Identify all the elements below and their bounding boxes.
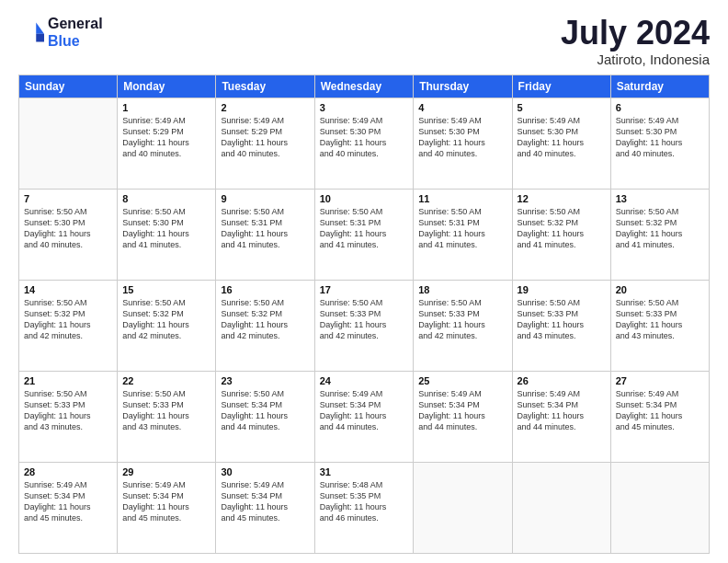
day-number: 16 [221, 284, 309, 295]
day-info: Sunrise: 5:48 AMSunset: 5:35 PMDaylight:… [320, 479, 409, 524]
day-info: Sunrise: 5:50 AMSunset: 5:31 PMDaylight:… [418, 206, 506, 251]
day-number: 10 [320, 193, 409, 204]
day-info: Sunrise: 5:49 AMSunset: 5:34 PMDaylight:… [616, 388, 704, 433]
subtitle: Jatiroto, Indonesia [561, 52, 710, 67]
day-number: 23 [221, 375, 309, 386]
day-info: Sunrise: 5:50 AMSunset: 5:33 PMDaylight:… [320, 297, 409, 342]
day-number: 25 [418, 375, 506, 386]
day-info: Sunrise: 5:50 AMSunset: 5:33 PMDaylight:… [518, 297, 606, 342]
col-thursday: Thursday [414, 75, 512, 98]
day-number: 30 [221, 466, 309, 477]
day-info: Sunrise: 5:49 AMSunset: 5:30 PMDaylight:… [518, 115, 606, 160]
day-number: 18 [418, 284, 506, 295]
day-info: Sunrise: 5:49 AMSunset: 5:34 PMDaylight:… [221, 479, 309, 524]
day-info: Sunrise: 5:49 AMSunset: 5:34 PMDaylight:… [518, 388, 606, 433]
svg-marker-0 [36, 23, 44, 34]
calendar-cell: 29Sunrise: 5:49 AMSunset: 5:34 PMDayligh… [118, 462, 216, 553]
calendar-cell: 7Sunrise: 5:50 AMSunset: 5:30 PMDaylight… [19, 189, 118, 280]
day-number: 3 [320, 102, 409, 113]
day-info: Sunrise: 5:50 AMSunset: 5:30 PMDaylight:… [122, 206, 210, 251]
day-number: 29 [122, 466, 210, 477]
calendar-cell: 25Sunrise: 5:49 AMSunset: 5:34 PMDayligh… [414, 371, 512, 462]
day-info: Sunrise: 5:49 AMSunset: 5:29 PMDaylight:… [122, 115, 210, 160]
calendar-table: Sunday Monday Tuesday Wednesday Thursday… [18, 75, 710, 554]
calendar-cell [19, 98, 118, 189]
day-info: Sunrise: 5:49 AMSunset: 5:30 PMDaylight:… [320, 115, 409, 160]
day-number: 14 [24, 284, 112, 295]
day-info: Sunrise: 5:50 AMSunset: 5:32 PMDaylight:… [122, 297, 210, 342]
day-info: Sunrise: 5:50 AMSunset: 5:33 PMDaylight:… [616, 297, 704, 342]
calendar-cell: 30Sunrise: 5:49 AMSunset: 5:34 PMDayligh… [216, 462, 314, 553]
day-number: 21 [24, 375, 112, 386]
day-info: Sunrise: 5:50 AMSunset: 5:34 PMDaylight:… [221, 388, 309, 433]
day-info: Sunrise: 5:49 AMSunset: 5:34 PMDaylight:… [418, 388, 506, 433]
calendar-cell: 2Sunrise: 5:49 AMSunset: 5:29 PMDaylight… [216, 98, 314, 189]
day-info: Sunrise: 5:50 AMSunset: 5:32 PMDaylight:… [221, 297, 309, 342]
day-number: 28 [24, 466, 112, 477]
day-number: 7 [24, 193, 112, 204]
day-info: Sunrise: 5:50 AMSunset: 5:32 PMDaylight:… [616, 206, 704, 251]
calendar-cell: 6Sunrise: 5:49 AMSunset: 5:30 PMDaylight… [610, 98, 709, 189]
calendar-cell: 5Sunrise: 5:49 AMSunset: 5:30 PMDaylight… [512, 98, 610, 189]
calendar-cell: 28Sunrise: 5:49 AMSunset: 5:34 PMDayligh… [19, 462, 118, 553]
day-info: Sunrise: 5:49 AMSunset: 5:30 PMDaylight:… [418, 115, 506, 160]
calendar-week-4: 21Sunrise: 5:50 AMSunset: 5:33 PMDayligh… [19, 371, 710, 462]
day-info: Sunrise: 5:49 AMSunset: 5:29 PMDaylight:… [221, 115, 309, 160]
day-number: 8 [122, 193, 210, 204]
main-title: July 2024 [561, 15, 710, 52]
day-number: 4 [418, 102, 506, 113]
calendar-cell [414, 462, 512, 553]
calendar-cell: 31Sunrise: 5:48 AMSunset: 5:35 PMDayligh… [314, 462, 414, 553]
calendar-week-2: 7Sunrise: 5:50 AMSunset: 5:30 PMDaylight… [19, 189, 710, 280]
day-number: 19 [518, 284, 606, 295]
calendar-cell: 4Sunrise: 5:49 AMSunset: 5:30 PMDaylight… [414, 98, 512, 189]
day-info: Sunrise: 5:50 AMSunset: 5:30 PMDaylight:… [24, 206, 112, 251]
day-info: Sunrise: 5:50 AMSunset: 5:32 PMDaylight:… [24, 297, 112, 342]
day-number: 17 [320, 284, 409, 295]
title-block: July 2024 Jatiroto, Indonesia [561, 15, 710, 67]
day-info: Sunrise: 5:49 AMSunset: 5:34 PMDaylight:… [24, 479, 112, 524]
svg-marker-1 [36, 34, 44, 42]
calendar-cell: 23Sunrise: 5:50 AMSunset: 5:34 PMDayligh… [216, 371, 314, 462]
calendar-cell: 10Sunrise: 5:50 AMSunset: 5:31 PMDayligh… [314, 189, 414, 280]
day-number: 24 [320, 375, 409, 386]
day-number: 20 [616, 284, 704, 295]
calendar-cell: 17Sunrise: 5:50 AMSunset: 5:33 PMDayligh… [314, 280, 414, 371]
day-number: 12 [518, 193, 606, 204]
calendar-cell: 18Sunrise: 5:50 AMSunset: 5:33 PMDayligh… [414, 280, 512, 371]
day-number: 26 [518, 375, 606, 386]
day-info: Sunrise: 5:50 AMSunset: 5:33 PMDaylight:… [418, 297, 506, 342]
calendar-cell: 14Sunrise: 5:50 AMSunset: 5:32 PMDayligh… [19, 280, 118, 371]
col-friday: Friday [512, 75, 610, 98]
day-number: 6 [616, 102, 704, 113]
logo: General Blue [18, 15, 103, 50]
calendar-cell: 20Sunrise: 5:50 AMSunset: 5:33 PMDayligh… [610, 280, 709, 371]
calendar-week-1: 1Sunrise: 5:49 AMSunset: 5:29 PMDaylight… [19, 98, 710, 189]
logo-text: General Blue [48, 15, 103, 50]
day-number: 27 [616, 375, 704, 386]
day-info: Sunrise: 5:50 AMSunset: 5:33 PMDaylight:… [24, 388, 112, 433]
day-info: Sunrise: 5:50 AMSunset: 5:31 PMDaylight:… [320, 206, 409, 251]
day-info: Sunrise: 5:50 AMSunset: 5:33 PMDaylight:… [122, 388, 210, 433]
day-info: Sunrise: 5:49 AMSunset: 5:34 PMDaylight:… [320, 388, 409, 433]
calendar-cell: 9Sunrise: 5:50 AMSunset: 5:31 PMDaylight… [216, 189, 314, 280]
col-sunday: Sunday [19, 75, 118, 98]
day-info: Sunrise: 5:50 AMSunset: 5:31 PMDaylight:… [221, 206, 309, 251]
day-number: 22 [122, 375, 210, 386]
day-number: 13 [616, 193, 704, 204]
calendar-week-5: 28Sunrise: 5:49 AMSunset: 5:34 PMDayligh… [19, 462, 710, 553]
calendar-cell: 27Sunrise: 5:49 AMSunset: 5:34 PMDayligh… [610, 371, 709, 462]
calendar-cell: 11Sunrise: 5:50 AMSunset: 5:31 PMDayligh… [414, 189, 512, 280]
day-number: 15 [122, 284, 210, 295]
calendar-cell: 13Sunrise: 5:50 AMSunset: 5:32 PMDayligh… [610, 189, 709, 280]
col-wednesday: Wednesday [314, 75, 414, 98]
day-number: 5 [518, 102, 606, 113]
header-row: Sunday Monday Tuesday Wednesday Thursday… [19, 75, 710, 98]
day-info: Sunrise: 5:49 AMSunset: 5:30 PMDaylight:… [616, 115, 704, 160]
day-number: 9 [221, 193, 309, 204]
calendar-cell: 12Sunrise: 5:50 AMSunset: 5:32 PMDayligh… [512, 189, 610, 280]
calendar-cell: 24Sunrise: 5:49 AMSunset: 5:34 PMDayligh… [314, 371, 414, 462]
calendar-cell: 21Sunrise: 5:50 AMSunset: 5:33 PMDayligh… [19, 371, 118, 462]
day-number: 11 [418, 193, 506, 204]
day-number: 31 [320, 466, 409, 477]
